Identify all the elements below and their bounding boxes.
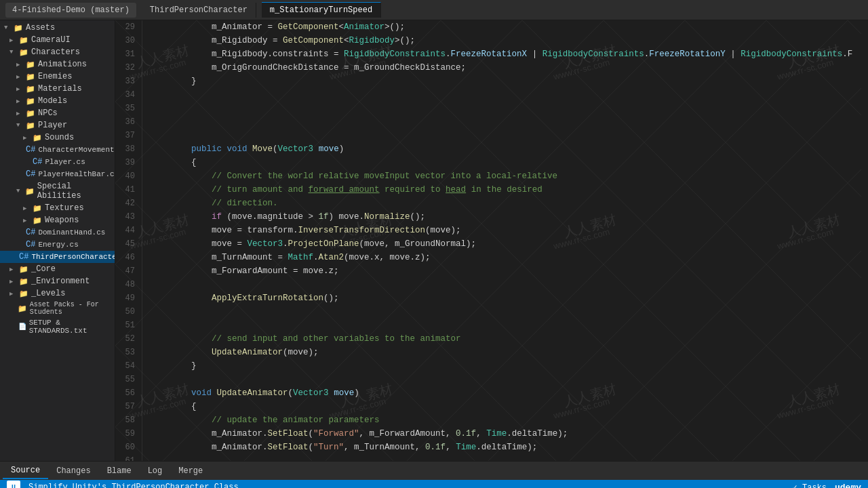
project-label[interactable]: 4-Finished-Demo (master) (5, 3, 136, 18)
cs-icon: C# (26, 169, 35, 179)
code-line-38: 38 public void Move(Vector3 move) (115, 142, 868, 156)
sidebar-item-setup-standards[interactable]: 📄 SETUP & STANDARDS.txt (0, 317, 115, 336)
status-unity-section: U Simplify Unity's ThirdPersonCharacter … (7, 481, 239, 488)
udemy-logo: udemy (835, 483, 861, 489)
arrow-icon (4, 24, 11, 31)
txt-icon: 📄 (18, 323, 26, 331)
folder-icon: 📁 (33, 134, 42, 142)
arrow-icon (16, 122, 23, 129)
sidebar: 📁 Assets 📁 CameraUI 📁 Characters 📁 Anima… (0, 20, 115, 461)
sidebar-label-models: Models (38, 96, 67, 106)
sidebar-item-sounds[interactable]: 📁 Sounds (0, 131, 115, 144)
code-line-60: 60 m_Animator.SetFloat("Turn", m_TurnAmo… (115, 441, 868, 454)
sidebar-label-player-cs: Player.cs (45, 158, 85, 166)
code-area: 29 m_Animator = GetComponent<Animator>()… (115, 20, 868, 461)
tab-changes[interactable]: Changes (48, 464, 98, 479)
arrow-icon (16, 188, 22, 195)
code-line-55: 55 (115, 373, 868, 386)
sidebar-label-special-abilities: Special Abilities (37, 182, 111, 201)
status-right: ✓ Tasks udemy (793, 483, 861, 489)
arrow-icon (16, 85, 23, 93)
cs-icon: C# (19, 252, 28, 262)
sidebar-item-player-health[interactable]: C# PlayerHealthBar.cs (0, 168, 115, 180)
code-line-32: 32 m_OrigGroundCheckDistance = m_GroundC… (115, 61, 868, 75)
code-line-40: 40 // Convert the world relative moveInp… (115, 169, 868, 183)
code-line-54: 54 } (115, 359, 868, 373)
sidebar-label-cameraui: CameraUI (31, 35, 71, 45)
sidebar-item-environment[interactable]: 📁 _Environment (0, 275, 115, 287)
tab-merge[interactable]: Merge (170, 464, 211, 479)
sidebar-item-enemies[interactable]: 📁 Enemies (0, 70, 115, 83)
code-line-41: 41 // turn amount and forward amount req… (115, 183, 868, 197)
tab-third-person-label: ThirdPersonCharacter (150, 5, 248, 15)
sidebar-label-environment: _Environment (31, 277, 90, 286)
folder-icon: 📁 (19, 48, 28, 57)
sidebar-item-char-movement[interactable]: C# CharacterMovement.cs (0, 144, 115, 156)
sidebar-label-energy: Energy.cs (38, 241, 78, 249)
sidebar-item-characters[interactable]: 📁 Characters (0, 46, 115, 58)
sidebar-item-player[interactable]: 📁 Player (0, 119, 115, 131)
sidebar-item-animations[interactable]: 📁 Animations (0, 58, 115, 70)
code-line-50: 50 (115, 305, 868, 319)
sidebar-item-asset-packs[interactable]: 📁 Asset Packs - For Students (0, 300, 115, 317)
tab-stationary[interactable]: m_StationaryTurnSpeed (262, 2, 381, 18)
tasks-label: ✓ Tasks (793, 483, 827, 489)
code-editor[interactable]: 人人素材www.rr-sc.com人人素材www.rr-sc.com人人素材ww… (115, 20, 868, 461)
folder-icon: 📁 (19, 265, 28, 274)
code-line-58: 58 // update the animator parameters (115, 413, 868, 427)
sidebar-label-assets: Assets (26, 23, 55, 33)
folder-icon: 📁 (14, 24, 23, 33)
code-line-30: 30 m_Rigidbody = GetComponent<Rigidbody>… (115, 34, 868, 47)
sidebar-item-special-abilities[interactable]: 📁 Special Abilities (0, 180, 115, 202)
sidebar-item-player-cs[interactable]: C# Player.cs (0, 156, 115, 168)
sidebar-label-asset-packs: Asset Packs - For Students (30, 301, 111, 316)
arrow-icon (23, 205, 30, 212)
top-bar: 4-Finished-Demo (master) ThirdPersonChar… (0, 0, 868, 20)
sidebar-item-levels[interactable]: 📁 _Levels (0, 287, 115, 300)
arrow-icon (9, 278, 16, 285)
sidebar-label-enemies: Enemies (38, 72, 72, 81)
sidebar-label-characters: Characters (31, 47, 80, 57)
arrow-icon (16, 61, 23, 68)
code-line-33: 33 } (115, 75, 868, 88)
status-title: Simplify Unity's ThirdPersonCharacter Cl… (28, 483, 239, 488)
code-line-46: 46 m_TurnAmount = Mathf.Atan2(move.x, mo… (115, 251, 868, 264)
sidebar-item-third-person-char-cs[interactable]: C# ThirdPersonCharacter.cs (0, 251, 115, 263)
tab-blame[interactable]: Blame (99, 464, 140, 479)
sidebar-label-char-movement: CharacterMovement.cs (38, 146, 115, 154)
arrow-icon (9, 49, 16, 56)
sidebar-item-dominant-hand[interactable]: C# DominantHand.cs (0, 226, 115, 239)
sidebar-label-materials: Materials (38, 84, 82, 94)
code-line-59: 59 m_Animator.SetFloat("Forward", m_Forw… (115, 427, 868, 441)
code-line-29: 29 m_Animator = GetComponent<Animator>()… (115, 20, 868, 34)
code-line-52: 52 // send input and other variables to … (115, 332, 868, 346)
folder-icon: 📁 (26, 97, 35, 106)
sidebar-item-assets[interactable]: 📁 Assets (0, 22, 115, 34)
sidebar-item-cameraui[interactable]: 📁 CameraUI (0, 34, 115, 46)
sidebar-item-materials[interactable]: 📁 Materials (0, 83, 115, 95)
sidebar-label-sounds: Sounds (45, 133, 74, 142)
tab-source[interactable]: Source (3, 463, 48, 479)
tab-log[interactable]: Log (140, 464, 171, 479)
sidebar-item-energy[interactable]: C# Energy.cs (0, 239, 115, 251)
folder-icon: 📁 (33, 204, 42, 213)
sidebar-item-weapons[interactable]: 📁 Weapons (0, 214, 115, 226)
code-line-48: 48 (115, 278, 868, 291)
sidebar-label-core: _Core (31, 264, 56, 274)
folder-icon: 📁 (25, 187, 35, 196)
arrow-icon (9, 266, 16, 273)
sidebar-item-npcs[interactable]: 📁 NPCs (0, 107, 115, 119)
tab-third-person[interactable]: ThirdPersonCharacter (142, 3, 256, 18)
sidebar-label-animations: Animations (38, 60, 87, 69)
unity-icon: U (7, 481, 20, 488)
code-line-56: 56 void UpdateAnimator(Vector3 move) (115, 386, 868, 400)
folder-icon: 📁 (26, 121, 35, 130)
code-line-43: 43 if (move.magnitude > 1f) move.Normali… (115, 210, 868, 224)
arrow-icon (9, 290, 16, 298)
sidebar-item-models[interactable]: 📁 Models (0, 95, 115, 107)
sidebar-item-textures[interactable]: 📁 Textures (0, 202, 115, 214)
sidebar-item-core[interactable]: 📁 _Core (0, 263, 115, 275)
folder-icon: 📁 (19, 277, 28, 286)
bottom-tabs: Source Changes Blame Log Merge (0, 461, 868, 480)
code-line-31: 31 m_Rigidbody.constraints = RigidbodyCo… (115, 47, 868, 61)
